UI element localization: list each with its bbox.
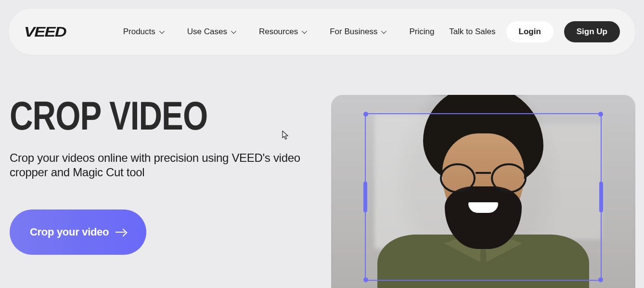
hero-section: CROP VIDEO Crop your videos online with … <box>0 94 644 255</box>
nav-use-cases[interactable]: Use Cases <box>187 27 235 37</box>
arrow-right-icon <box>116 229 126 235</box>
nav-label: For Business <box>330 27 377 37</box>
nav-products[interactable]: Products <box>123 27 163 37</box>
chevron-down-icon <box>381 28 386 34</box>
talk-to-sales-link[interactable]: Talk to Sales <box>449 27 495 37</box>
page-title: CROP VIDEO <box>10 95 293 136</box>
chevron-down-icon <box>159 28 165 34</box>
nav-label: Use Cases <box>187 27 227 37</box>
logo[interactable]: VEED <box>24 24 66 40</box>
page-subtitle: Crop your videos online with precision u… <box>10 151 318 180</box>
video-preview-image <box>331 95 635 288</box>
nav-pricing[interactable]: Pricing <box>409 27 434 37</box>
nav-label: Pricing <box>409 27 434 37</box>
chevron-down-icon <box>231 28 236 34</box>
header-actions: Talk to Sales Login Sign Up <box>449 21 620 42</box>
main-nav: Products Use Cases Resources For Busines… <box>123 27 449 37</box>
hero-preview <box>331 95 635 288</box>
nav-resources[interactable]: Resources <box>259 27 306 37</box>
cursor-icon <box>282 131 289 140</box>
chevron-down-icon <box>302 28 307 34</box>
nav-label: Products <box>123 27 155 37</box>
crop-video-cta-button[interactable]: Crop your video <box>10 209 146 255</box>
hero-copy: CROP VIDEO Crop your videos online with … <box>10 94 318 255</box>
nav-for-business[interactable]: For Business <box>330 27 385 37</box>
nav-label: Resources <box>259 27 298 37</box>
login-button[interactable]: Login <box>506 21 554 42</box>
cta-label: Crop your video <box>30 226 109 238</box>
signup-button[interactable]: Sign Up <box>564 21 620 42</box>
site-header: VEED Products Use Cases Resources For Bu… <box>9 9 635 55</box>
